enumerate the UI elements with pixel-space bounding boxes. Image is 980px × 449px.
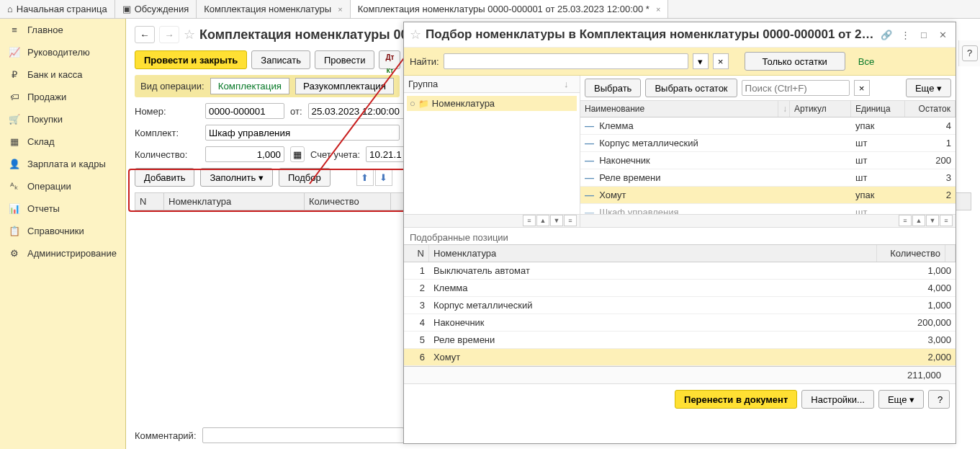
more-button[interactable]: Еще ▾ — [878, 390, 924, 409]
date-label: от: — [290, 106, 302, 117]
sort-top-button[interactable]: ≡ — [523, 215, 536, 226]
help-button[interactable]: ? — [928, 390, 950, 409]
barchart-icon: 📊 — [9, 203, 20, 214]
kit-input[interactable] — [205, 125, 400, 141]
sort-up-button[interactable]: ▲ — [912, 215, 925, 226]
search-input[interactable] — [742, 80, 850, 96]
selection-panel: Подбор номенклатуры в Комплектация номен… — [403, 22, 956, 444]
link-icon[interactable]: 🔗 — [879, 30, 894, 40]
close-icon[interactable]: ✕ — [935, 30, 950, 40]
col-name[interactable]: Наименование — [580, 101, 778, 117]
fill-button[interactable]: Заполнить ▾ — [200, 168, 272, 187]
move-up-button[interactable]: ⬆ — [356, 169, 374, 186]
sidebar-label: Банк и касса — [27, 69, 83, 80]
close-icon[interactable]: × — [338, 5, 342, 14]
sidebar-item-bank[interactable]: ₽Банк и касса — [0, 63, 125, 86]
clear-search-button[interactable]: × — [854, 80, 870, 96]
comment-input[interactable] — [202, 427, 404, 443]
sidebar-label: Справочники — [27, 226, 84, 236]
catalog-row[interactable]: Реле временишт3 — [580, 169, 956, 187]
complect-button[interactable]: Комплектация — [210, 78, 289, 94]
sort-up-button[interactable]: ▲ — [536, 215, 549, 226]
sidebar-item-main[interactable]: ≡Главное — [0, 19, 125, 41]
picked-row[interactable]: 3Корпус металлический1,000 — [404, 297, 956, 314]
sort-bottom-button[interactable]: ≡ — [940, 215, 953, 226]
sidebar-item-purchases[interactable]: 🛒Покупки — [0, 108, 125, 130]
favorite-icon[interactable] — [410, 27, 421, 43]
sort-down-button[interactable]: ▼ — [926, 215, 939, 226]
col-article[interactable]: Артикул — [790, 101, 851, 117]
tab-doc1[interactable]: Комплектация номенклатуры× — [197, 0, 350, 18]
only-stock-button[interactable]: Только остатки — [745, 52, 845, 71]
tree-root[interactable]: ○ Номенклатура — [407, 96, 577, 111]
catalog-row[interactable]: Наконечникшт200 — [580, 152, 956, 169]
sidebar-item-admin[interactable]: ⚙Администрирование — [0, 242, 125, 264]
catalog-row[interactable]: Корпус металлическийшт1 — [580, 135, 956, 152]
sort-down-button[interactable]: ▼ — [550, 215, 563, 226]
dropdown-button[interactable]: ▾ — [693, 53, 709, 69]
decomplect-button[interactable]: Разукомплектация — [295, 78, 394, 94]
help-button[interactable]: ? — [962, 45, 978, 61]
nav-forward-button[interactable]: → — [159, 26, 179, 43]
favorite-icon[interactable] — [184, 27, 195, 43]
picked-row[interactable]: 2Клемма4,000 — [404, 280, 956, 297]
picked-row[interactable]: 4Наконечник200,000 — [404, 314, 956, 332]
find-label: Найти: — [410, 56, 439, 67]
person-icon: 👤 — [9, 159, 20, 169]
sidebar-label: Склад — [27, 136, 55, 147]
sidebar-item-catalogs[interactable]: 📋Справочники — [0, 220, 125, 242]
col-qty: Количество — [877, 245, 945, 262]
sidebar-item-operations[interactable]: ᴬₖОперации — [0, 175, 125, 197]
sidebar-item-manager[interactable]: 📈Руководителю — [0, 41, 125, 63]
qty-input[interactable] — [205, 146, 284, 162]
pick-button[interactable]: Подбор — [279, 168, 331, 187]
sort-icon[interactable]: ↓ — [778, 101, 790, 117]
item-icon — [585, 138, 594, 148]
sidebar-item-reports[interactable]: 📊Отчеты — [0, 197, 125, 220]
post-and-close-button[interactable]: Провести и закрыть — [135, 50, 247, 69]
all-link[interactable]: Все — [850, 56, 883, 67]
clear-button[interactable]: × — [713, 53, 729, 69]
select-button[interactable]: Выбрать — [585, 79, 641, 97]
home-icon — [7, 4, 13, 14]
dtkt-button[interactable]: ДтКт — [379, 50, 400, 69]
select-rest-button[interactable]: Выбрать остаток — [645, 79, 737, 97]
sort-icon[interactable]: ↓ — [564, 79, 575, 89]
catalog-row[interactable]: Хомутупак2 — [580, 187, 956, 204]
find-input[interactable] — [444, 53, 688, 69]
tab-home[interactable]: Начальная страница — [0, 0, 115, 18]
picked-row[interactable]: 1Выключатель автомат1,000 — [404, 262, 956, 280]
tag-icon: 🏷 — [9, 92, 20, 102]
sidebar-item-salary[interactable]: 👤Зарплата и кадры — [0, 153, 125, 175]
number-input[interactable] — [205, 103, 284, 119]
picked-row[interactable]: 5Реле времени3,000 — [404, 332, 956, 349]
transfer-button[interactable]: Перенести в документ — [675, 390, 797, 409]
more-button[interactable]: Еще ▾ — [906, 79, 951, 97]
maximize-icon[interactable]: □ — [917, 30, 931, 40]
settings-button[interactable]: Настройки... — [801, 390, 874, 409]
tab-doc2[interactable]: Комплектация номенклатуры 0000-000001 от… — [351, 0, 669, 18]
calc-button[interactable]: ▦ — [290, 146, 305, 162]
clipboard-icon: 📋 — [9, 226, 20, 236]
tab-discussions[interactable]: Обсуждения — [115, 0, 197, 18]
sort-bottom-button[interactable]: ≡ — [564, 215, 577, 226]
total-value: 211,000 — [877, 367, 945, 383]
sort-top-button[interactable]: ≡ — [899, 215, 912, 226]
catalog-row[interactable]: Клеммаупак4 — [580, 117, 956, 135]
close-icon[interactable]: × — [656, 5, 660, 14]
more-icon[interactable]: ⋮ — [898, 30, 912, 40]
nav-back-button[interactable]: ← — [135, 26, 155, 43]
catalog-row[interactable]: Шкаф управленияшт — [580, 204, 956, 214]
save-button[interactable]: Записать — [251, 50, 310, 69]
date-input[interactable] — [308, 103, 409, 119]
ruble-icon: ₽ — [9, 69, 20, 80]
picked-row[interactable]: 6Хомут2,000 — [404, 349, 956, 366]
sidebar-item-warehouse[interactable]: ▦Склад — [0, 130, 125, 153]
help-sidebar: ? — [958, 40, 980, 66]
add-button[interactable]: Добавить — [135, 168, 194, 187]
move-down-button[interactable]: ⬇ — [375, 169, 392, 186]
sidebar-item-sales[interactable]: 🏷Продажи — [0, 86, 125, 108]
post-button[interactable]: Провести — [315, 50, 375, 69]
col-unit[interactable]: Единица — [851, 101, 905, 117]
col-rest[interactable]: Остаток — [905, 101, 956, 117]
